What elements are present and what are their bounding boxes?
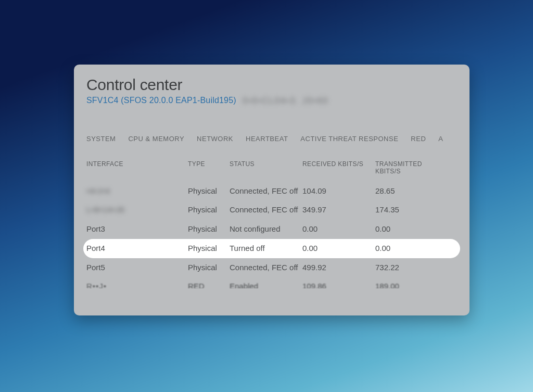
cell-interface: Port4 (86, 244, 188, 254)
cell-received: 499.92 (302, 263, 375, 273)
table-row[interactable]: Port5PhysicalConnected, FEC off499.92732… (83, 258, 460, 277)
tab-network[interactable]: NETWORK (197, 135, 233, 143)
cell-type: Physical (188, 224, 230, 234)
tab-system[interactable]: SYSTEM (86, 135, 116, 143)
cell-status: Not configured (230, 224, 302, 234)
cell-status: Connected, FEC off (230, 263, 302, 273)
table-row[interactable]: Port3PhysicalNot configured0.000.00 (83, 220, 460, 239)
cell-type: Physical (188, 205, 230, 215)
tab-heartbeat[interactable]: HEARTBEAT (246, 135, 288, 143)
table-row[interactable]: Port4PhysicalTurned off0.000.00 (83, 239, 460, 258)
cell-received: 109.86 (302, 282, 375, 288)
cell-type: Physical (188, 244, 230, 254)
cell-status: Enabled (230, 282, 302, 288)
cell-interface: Port3 (86, 224, 188, 234)
tab-active-threat-response[interactable]: ACTIVE THREAT RESPONSE (300, 135, 398, 143)
th-received: RECEIVED KBITS/S (302, 160, 375, 175)
control-center-panel: Control center SFV1C4 (SFOS 20.0.0 EAP1-… (74, 65, 469, 315)
cell-transmitted: 189.00 (375, 282, 448, 288)
cell-status: Turned off (230, 244, 302, 254)
device-masked-info: 0•0•CL04•3. J0•60 (243, 96, 328, 106)
cell-status: Connected, FEC off (230, 205, 302, 215)
cell-interface: •4•J•4 (86, 186, 188, 196)
cell-received: 0.00 (302, 244, 375, 254)
cell-transmitted: 0.00 (375, 244, 448, 254)
cell-transmitted: 28.65 (375, 186, 448, 196)
interface-table: INTERFACE TYPE STATUS RECEIVED KBITS/S T… (74, 143, 469, 289)
cell-type: Physical (188, 186, 230, 196)
tab-red[interactable]: RED (411, 135, 426, 143)
table-row[interactable]: L•8•14•J6PhysicalConnected, FEC off349.9… (83, 200, 460, 220)
cell-transmitted: 732.22 (375, 263, 448, 273)
table-row[interactable]: R••J•REDEnabled109.86189.00 (83, 277, 460, 288)
cell-interface: L•8•14•J6 (86, 205, 188, 215)
th-interface: INTERFACE (86, 160, 188, 175)
table-row[interactable]: •4•J•4PhysicalConnected, FEC off104.0928… (83, 182, 460, 201)
cell-interface: R••J• (86, 282, 188, 288)
th-type: TYPE (188, 160, 230, 175)
tabs: SYSTEM CPU & MEMORY NETWORK HEARTBEAT AC… (74, 106, 469, 143)
table-header-row: INTERFACE TYPE STATUS RECEIVED KBITS/S T… (83, 157, 460, 182)
th-status: STATUS (230, 160, 302, 175)
tab-cpu-memory[interactable]: CPU & MEMORY (128, 135, 184, 143)
cell-type: RED (188, 282, 230, 288)
cell-type: Physical (188, 263, 230, 273)
panel-subtitle: SFV1C4 (SFOS 20.0.0 EAP1-Build195) 0•0•C… (74, 96, 469, 106)
cell-interface: Port5 (86, 263, 188, 273)
cell-received: 0.00 (302, 224, 375, 234)
panel-title: Control center (74, 65, 469, 96)
cell-received: 349.97 (302, 205, 375, 215)
device-link[interactable]: SFV1C4 (SFOS 20.0.0 EAP1-Build195) (86, 96, 236, 105)
cell-transmitted: 174.35 (375, 205, 448, 215)
th-transmitted: TRANSMITTED KBITS/S (375, 160, 448, 175)
tab-overflow[interactable]: A (438, 135, 443, 143)
cell-status: Connected, FEC off (230, 186, 302, 196)
cell-received: 104.09 (302, 186, 375, 196)
cell-transmitted: 0.00 (375, 224, 448, 234)
